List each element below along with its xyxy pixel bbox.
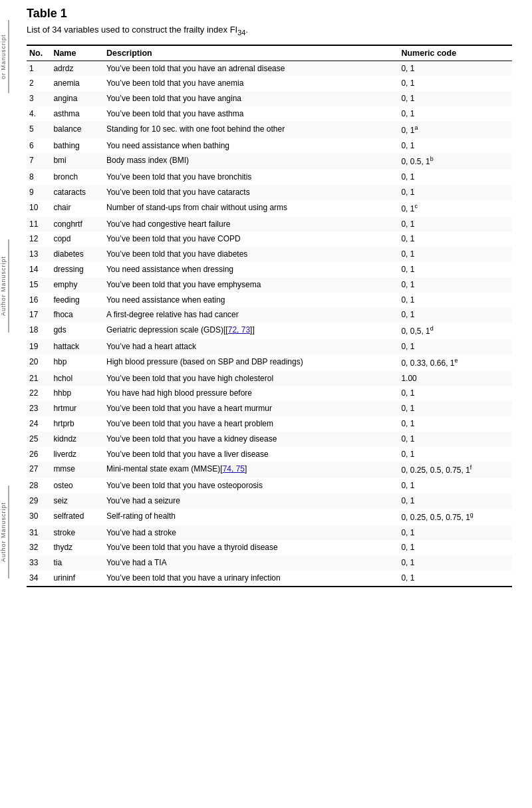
table-row: 3anginaYou’ve been told that you have an…: [27, 91, 512, 106]
cell-name: hhbp: [51, 386, 104, 401]
cell-no: 3: [27, 91, 51, 106]
cell-name: angina: [51, 91, 104, 106]
cell-code: 0, 1: [398, 231, 512, 247]
cell-no: 17: [27, 307, 51, 323]
cell-no: 27: [27, 462, 51, 478]
cell-description: You have had high blood pressure before: [104, 386, 398, 401]
cell-code: 0, 1: [398, 138, 512, 154]
cell-code: 0, 1: [398, 262, 512, 277]
table-row: 19hattackYou’ve had a heart attack0, 1: [27, 339, 512, 354]
header-numeric-code: Numeric code: [398, 45, 512, 61]
cell-no: 21: [27, 371, 51, 386]
cell-name: osteo: [51, 478, 104, 493]
cell-no: 7: [27, 153, 51, 170]
cell-no: 16: [27, 293, 51, 308]
cell-no: 26: [27, 447, 51, 462]
cell-description: You’ve had congestive heart failure: [104, 217, 398, 232]
cell-description: You’ve been told that you have high chol…: [104, 371, 398, 386]
cell-code: 0, 1: [398, 386, 512, 401]
table-row: 10chairNumber of stand-ups from chair wi…: [27, 200, 512, 217]
table-row: 21hcholYou’ve been told that you have hi…: [27, 371, 512, 386]
cell-no: 9: [27, 185, 51, 200]
cell-no: 5: [27, 122, 51, 138]
cell-name: gds: [51, 323, 104, 339]
cell-no: 31: [27, 525, 51, 541]
cell-name: hbp: [51, 354, 104, 371]
table-row: 16feedingYou need assistance when eating…: [27, 293, 512, 308]
cell-description: Geriatric depression scale (GDS)[[72, 73…: [104, 323, 398, 339]
table-row: 9cataractsYou’ve been told that you have…: [27, 185, 512, 200]
cell-description: You’ve been told that you have a heart p…: [104, 416, 398, 432]
sidebar-labels: or Manuscript Author Manuscript Author M…: [0, 0, 12, 808]
cell-no: 8: [27, 170, 51, 185]
table-row: 28osteoYou’ve been told that you have os…: [27, 478, 512, 493]
cell-code: 0, 1: [398, 293, 512, 308]
table-row: 20hbpHigh blood pressure (based on SBP a…: [27, 354, 512, 371]
cell-code: 0, 1: [398, 493, 512, 509]
cell-description: You’ve been told that you have COPD: [104, 231, 398, 247]
table-row: 7bmiBody mass index (BMI)0, 0.5, 1b: [27, 153, 512, 170]
cell-code: 0, 1: [398, 247, 512, 262]
cell-description: You’ve been told that you have osteoporo…: [104, 478, 398, 493]
cell-name: selfrated: [51, 509, 104, 525]
cell-description: You need assistance when eating: [104, 293, 398, 308]
table-row: 23hrtmurYou’ve been told that you have a…: [27, 401, 512, 416]
header-description: Description: [104, 45, 398, 61]
cell-description: You’ve had a heart attack: [104, 339, 398, 354]
cell-name: asthma: [51, 106, 104, 122]
cell-description: You’ve been told that you have a heart m…: [104, 401, 398, 416]
cell-no: 6: [27, 138, 51, 154]
cell-code: 0, 1: [398, 170, 512, 185]
table-row: 14dressingYou need assistance when dress…: [27, 262, 512, 277]
cell-description: You’ve been told that you have bronchiti…: [104, 170, 398, 185]
cell-code: 0, 1c: [398, 200, 512, 217]
sidebar-label-bottom: Author Manuscript: [0, 485, 9, 579]
cell-name: conghrtf: [51, 217, 104, 232]
cell-code: 0, 0.33, 0.66, 1e: [398, 354, 512, 371]
cell-description: You’ve been told that you have asthma: [104, 106, 398, 122]
table-row: 2anemiaYou’ve been told that you have an…: [27, 76, 512, 91]
table-row: 1adrdzYou’ve been told that you have an …: [27, 61, 512, 76]
cell-no: 28: [27, 478, 51, 493]
cell-description: High blood pressure (based on SBP and DB…: [104, 354, 398, 371]
cell-name: hrtmur: [51, 401, 104, 416]
table-row: 18gdsGeriatric depression scale (GDS)[[7…: [27, 323, 512, 339]
cell-description: You need assistance when bathing: [104, 138, 398, 154]
cell-code: 0, 1: [398, 339, 512, 354]
cell-code: 0, 1: [398, 401, 512, 416]
cell-name: cataracts: [51, 185, 104, 200]
sidebar-label-middle: Author Manuscript: [0, 239, 9, 333]
table-row: 24hrtprbYou’ve been told that you have a…: [27, 416, 512, 432]
table-row: 32thydzYou’ve been told that you have a …: [27, 540, 512, 555]
cell-code: 0, 1: [398, 478, 512, 493]
table-row: 6bathingYou need assistance when bathing…: [27, 138, 512, 154]
cell-code: 0, 1: [398, 540, 512, 555]
cell-name: bmi: [51, 153, 104, 170]
cell-name: tia: [51, 555, 104, 571]
table-row: 29seizYou’ve had a seizure0, 1: [27, 493, 512, 509]
cell-name: bronch: [51, 170, 104, 185]
cell-name: hrtprb: [51, 416, 104, 432]
cell-no: 13: [27, 247, 51, 262]
cell-description: You need assistance when dressing: [104, 262, 398, 277]
cell-name: liverdz: [51, 447, 104, 462]
table-row: 17fhocaA first-degree relative has had c…: [27, 307, 512, 323]
cell-name: diabetes: [51, 247, 104, 262]
cell-description: Self-rating of health: [104, 509, 398, 525]
cell-code: 0, 0,5, 1d: [398, 323, 512, 339]
cell-name: copd: [51, 231, 104, 247]
cell-description: Number of stand-ups from chair without u…: [104, 200, 398, 217]
table-row: 33tiaYou’ve had a TIA0, 1: [27, 555, 512, 571]
header-name: Name: [51, 45, 104, 61]
table-row: 27mmseMini-mental state exam (MMSE)[74, …: [27, 462, 512, 478]
main-content: Table 1 List of 34 variables used to con…: [13, 0, 532, 601]
cell-no: 1: [27, 61, 51, 76]
table-row: 34urininfYou’ve been told that you have …: [27, 571, 512, 587]
table-row: 26liverdzYou’ve been told that you have …: [27, 447, 512, 462]
table-row: 12copdYou’ve been told that you have COP…: [27, 231, 512, 247]
table-row: 11conghrtfYou’ve had congestive heart fa…: [27, 217, 512, 232]
variables-table: No. Name Description Numeric code 1adrdz…: [27, 45, 512, 587]
cell-code: 0, 1: [398, 76, 512, 91]
cell-description: You’ve been told that you have emphysema: [104, 277, 398, 293]
cell-description: Body mass index (BMI): [104, 153, 398, 170]
